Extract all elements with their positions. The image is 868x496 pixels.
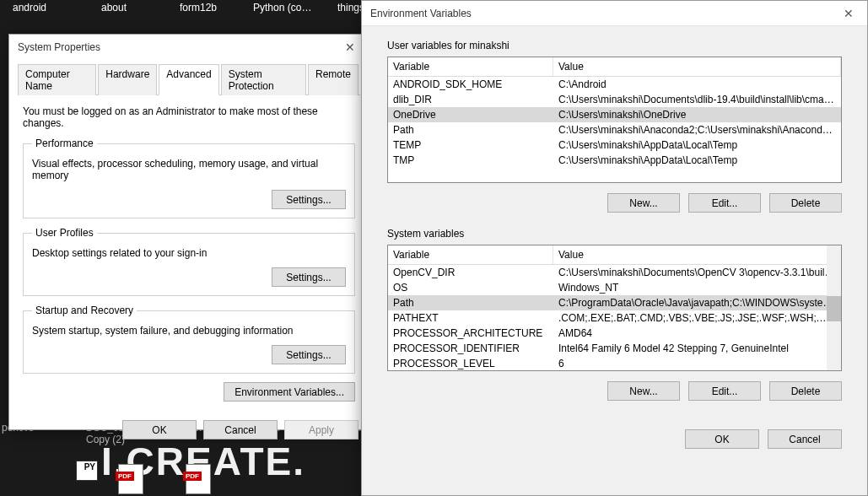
system-properties-window: System Properties ✕ Computer Name Hardwa…: [8, 34, 369, 430]
tab-hardware[interactable]: Hardware: [98, 64, 157, 95]
cell-variable: OneDrive: [388, 108, 553, 121]
group-desc: Desktop settings related to your sign-in: [32, 247, 346, 259]
table-row[interactable]: PathC:\Users\minakshi\Anaconda2;C:\Users…: [388, 122, 841, 137]
cancel-button[interactable]: Cancel: [768, 429, 842, 449]
user-delete-button[interactable]: Delete: [769, 193, 842, 213]
pdf-file-icon[interactable]: [118, 464, 143, 494]
desktop-icon[interactable]: about: [84, 2, 143, 13]
cell-value: Intel64 Family 6 Model 42 Stepping 7, Ge…: [553, 342, 841, 355]
table-row[interactable]: OneDriveC:\Users\minakshi\OneDrive: [388, 107, 841, 122]
col-value[interactable]: Value: [553, 57, 841, 76]
tab-advanced[interactable]: Advanced: [159, 64, 218, 95]
cell-value: C:\Users\minakshi\Documents\OpenCV 3\ope…: [553, 266, 841, 279]
cell-value: .COM;.EXE;.BAT;.CMD;.VBS;.VBE;.JS;.JSE;.…: [553, 311, 841, 325]
system-vars-list[interactable]: Variable Value OpenCV_DIRC:\Users\minaks…: [387, 245, 842, 371]
table-row[interactable]: PathC:\ProgramData\Oracle\Java\javapath;…: [388, 295, 841, 310]
close-icon[interactable]: ✕: [830, 1, 867, 26]
table-row[interactable]: dlib_DIRC:\Users\minakshi\Documents\dlib…: [388, 92, 841, 107]
environment-variables-button[interactable]: Environment Variables...: [224, 382, 355, 402]
cell-variable: OS: [388, 281, 553, 294]
table-row[interactable]: TEMPC:\Users\minakshi\AppData\Local\Temp: [388, 137, 841, 153]
list-header: Variable Value: [388, 57, 841, 77]
tabs: Computer Name Hardware Advanced System P…: [18, 63, 360, 95]
titlebar[interactable]: System Properties ✕: [9, 35, 369, 60]
cell-value: C:\Android: [553, 78, 841, 91]
cell-value: C:\Users\minakshi\AppData\Local\Temp: [553, 154, 841, 167]
user-new-button[interactable]: New...: [607, 193, 680, 213]
ok-button[interactable]: OK: [122, 420, 197, 439]
cell-variable: PROCESSOR_IDENTIFIER: [388, 342, 553, 355]
sys-vars-label: System variables: [387, 228, 842, 240]
user-vars-label: User variables for minakshi: [387, 40, 842, 51]
user-vars-list[interactable]: Variable Value ANDROID_SDK_HOMEC:\Androi…: [387, 57, 842, 183]
cell-variable: OpenCV_DIR: [388, 266, 553, 279]
cancel-button[interactable]: Cancel: [203, 420, 278, 439]
ok-button[interactable]: OK: [685, 429, 759, 449]
list-header: Variable Value: [388, 245, 841, 265]
performance-settings-button[interactable]: Settings...: [272, 190, 346, 209]
table-row[interactable]: PATHEXT.COM;.EXE;.BAT;.CMD;.VBS;.VBE;.JS…: [388, 310, 841, 326]
cell-value: C:\ProgramData\Oracle\Java\javapath;C:\W…: [553, 296, 841, 310]
sys-new-button[interactable]: New...: [607, 381, 680, 401]
user-profiles-group: User Profiles Desktop settings related t…: [23, 227, 355, 296]
tab-system-protection[interactable]: System Protection: [221, 64, 306, 95]
startup-settings-button[interactable]: Settings...: [272, 345, 346, 364]
cell-value: C:\Users\minakshi\OneDrive: [553, 108, 841, 121]
table-row[interactable]: OpenCV_DIRC:\Users\minakshi\Documents\Op…: [388, 265, 841, 280]
sys-delete-button[interactable]: Delete: [769, 381, 842, 401]
environment-variables-window: Environment Variables ✕ User variables f…: [361, 0, 868, 496]
cell-variable: ANDROID_SDK_HOME: [388, 78, 553, 91]
cell-variable: PROCESSOR_LEVEL: [388, 357, 553, 369]
desktop-icon[interactable]: android: [0, 2, 59, 13]
desktop-icon[interactable]: Python (comma...: [253, 2, 312, 13]
py-file-icon[interactable]: PY: [76, 461, 98, 481]
cell-value: Windows_NT: [553, 281, 841, 294]
scrollbar-thumb[interactable]: [827, 296, 841, 321]
pdf-file-icon[interactable]: [186, 464, 211, 494]
group-title: Startup and Recovery: [32, 305, 137, 316]
sys-edit-button[interactable]: Edit...: [688, 381, 761, 401]
cell-variable: TEMP: [388, 138, 553, 152]
startup-recovery-group: Startup and Recovery System startup, sys…: [23, 305, 355, 374]
tab-remote[interactable]: Remote: [308, 64, 359, 95]
group-title: User Profiles: [32, 227, 97, 239]
titlebar[interactable]: Environment Variables ✕: [362, 1, 867, 26]
table-row[interactable]: TMPC:\Users\minakshi\AppData\Local\Temp: [388, 153, 841, 168]
cell-value: C:\Users\minakshi\Documents\dlib-19.4\bu…: [553, 93, 841, 106]
apply-button[interactable]: Apply: [284, 420, 359, 439]
cell-variable: TMP: [388, 154, 553, 167]
table-row[interactable]: OSWindows_NT: [388, 280, 841, 295]
cell-value: C:\Users\minakshi\AppData\Local\Temp: [553, 138, 841, 152]
cell-variable: Path: [388, 296, 553, 310]
user-edit-button[interactable]: Edit...: [688, 193, 761, 213]
group-desc: System startup, system failure, and debu…: [32, 325, 346, 337]
table-row[interactable]: PROCESSOR_LEVEL6: [388, 356, 841, 369]
cell-value: C:\Users\minakshi\Anaconda2;C:\Users\min…: [553, 123, 841, 137]
table-row[interactable]: PROCESSOR_ARCHITECTUREAMD64: [388, 326, 841, 341]
window-title: Environment Variables: [370, 8, 472, 19]
table-row[interactable]: ANDROID_SDK_HOMEC:\Android: [388, 77, 841, 92]
cell-variable: PATHEXT: [388, 311, 553, 325]
cell-value: AMD64: [553, 326, 841, 340]
cell-value: 6: [553, 357, 841, 369]
performance-group: Performance Visual effects, processor sc…: [23, 137, 355, 218]
table-row[interactable]: PROCESSOR_IDENTIFIERIntel64 Family 6 Mod…: [388, 341, 841, 356]
cell-variable: Path: [388, 123, 553, 137]
col-variable[interactable]: Variable: [388, 245, 553, 264]
group-desc: Visual effects, processor scheduling, me…: [32, 158, 346, 181]
group-title: Performance: [32, 137, 97, 149]
profiles-settings-button[interactable]: Settings...: [272, 267, 346, 287]
desktop-icon[interactable]: form12b: [169, 2, 228, 13]
col-variable[interactable]: Variable: [388, 57, 553, 76]
admin-note: You must be logged on as an Administrato…: [23, 105, 355, 129]
scrollbar[interactable]: [827, 245, 841, 370]
cell-variable: dlib_DIR: [388, 93, 553, 106]
col-value[interactable]: Value: [553, 245, 841, 264]
window-title: System Properties: [18, 41, 100, 53]
cell-variable: PROCESSOR_ARCHITECTURE: [388, 326, 553, 340]
tab-computer-name[interactable]: Computer Name: [18, 64, 96, 95]
